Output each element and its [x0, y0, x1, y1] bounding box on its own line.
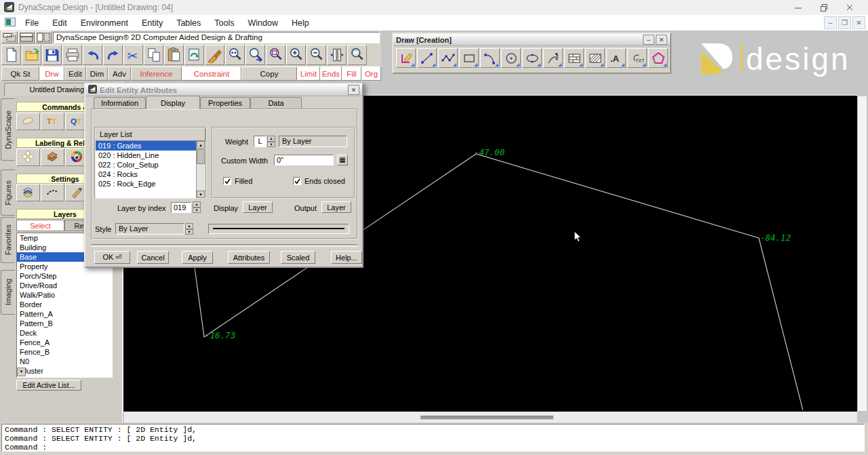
menu-tools[interactable]: Tools [208, 16, 241, 30]
layer-item[interactable]: Pattern_B [17, 319, 112, 328]
line-tool-button[interactable] [417, 48, 437, 68]
dialog-titlebar[interactable]: Edit Entity Attributes ✕ [85, 84, 362, 96]
horizontal-layout-button[interactable] [18, 31, 35, 43]
mdi-restore-button[interactable]: ❐ [838, 16, 851, 29]
layer-item[interactable]: Fence_A [17, 338, 112, 347]
paste-button[interactable] [164, 45, 184, 65]
arc-tool-button[interactable] [480, 48, 500, 68]
apply-button[interactable]: Apply [182, 251, 213, 264]
command-console[interactable]: Command : SELECT ENTITY : [ 2D Entity ]d… [1, 424, 865, 452]
sidebar-tab-favorites[interactable]: Favorites [1, 217, 15, 263]
rectangle-tool-button[interactable] [459, 48, 479, 68]
dialog-layer-item[interactable]: 022 : Color_Setup [96, 160, 205, 170]
brush-button[interactable] [205, 45, 224, 65]
mdi-minimize-button[interactable]: – [824, 16, 837, 29]
hatch-tool-button[interactable] [585, 48, 605, 68]
layer-tab-select[interactable]: Select [16, 220, 64, 231]
weight-value[interactable]: L [254, 136, 267, 147]
sponge-tool-button[interactable] [16, 113, 40, 130]
open-file-button[interactable] [22, 45, 41, 65]
palette-close-button[interactable]: ✕ [656, 35, 667, 45]
spin-down-icon[interactable]: ▼ [193, 207, 201, 214]
plant-symbol-tool-button[interactable] [16, 149, 40, 166]
scroll-down-icon[interactable]: ▼ [197, 191, 205, 198]
tab-limit[interactable]: Limit [297, 66, 320, 81]
weight-bylayer-field[interactable]: By Layer [279, 136, 347, 147]
zoom-selection-button[interactable] [347, 45, 367, 65]
spin-up-icon[interactable]: ▲ [185, 223, 193, 229]
scroll-up-icon[interactable]: ▲ [197, 141, 205, 149]
zoom-out-button[interactable] [307, 45, 326, 65]
sidebar-tab-figures[interactable]: Figures [1, 170, 15, 216]
maximize-button[interactable] [811, 0, 837, 15]
polyline-tool-button[interactable] [438, 48, 458, 68]
layer-item[interactable]: N0 [17, 357, 112, 366]
menu-tables[interactable]: Tables [170, 16, 208, 30]
zoom-previous-button[interactable] [225, 45, 245, 65]
menu-file[interactable]: File [18, 16, 45, 30]
layer-item[interactable]: Deck [17, 328, 112, 338]
dialog-layer-list[interactable]: 019 : Grades020 : Hidden_Line022 : Color… [96, 141, 205, 198]
ends-closed-checkbox[interactable] [293, 177, 301, 185]
text-tool-button[interactable]: .A [606, 48, 626, 68]
tab-copy[interactable]: Copy [241, 66, 297, 81]
tab-org[interactable]: Org [361, 66, 381, 81]
linestyle-tool-button[interactable] [41, 184, 64, 201]
attributes-button[interactable]: Attributes [228, 251, 270, 264]
output-layer-button[interactable]: Layer [321, 201, 351, 213]
refresh-drawing-button[interactable] [184, 45, 204, 65]
layer-item[interactable]: Drive/Road [17, 281, 112, 290]
custom-width-field[interactable]: 0" [274, 155, 334, 165]
sidebar-tab-imaging[interactable]: Imaging [1, 270, 15, 315]
display-layer-button[interactable]: Layer [243, 201, 273, 213]
style-spinner[interactable]: ▲▼ [185, 223, 193, 235]
menu-help[interactable]: Help [285, 16, 316, 30]
dialog-layer-item[interactable]: 019 : Grades [96, 141, 205, 151]
undo-button[interactable] [83, 45, 102, 65]
zoom-in-button[interactable] [286, 45, 306, 65]
edit-active-list-button[interactable]: Edit Active List... [16, 380, 81, 391]
polygon-tool-button[interactable] [648, 48, 668, 68]
style-field[interactable]: By Layer [115, 223, 184, 235]
tab-inference[interactable]: Inference [131, 66, 182, 81]
ok-button[interactable]: OK ⏎ [94, 251, 130, 264]
layer-by-index-field[interactable]: 019 [171, 202, 191, 213]
dialog-tab-data[interactable]: Data [250, 97, 302, 108]
dialog-layer-item[interactable]: 024 : Rocks [96, 170, 205, 179]
list-scroll-down-icon[interactable]: ▼ [17, 368, 26, 376]
redo-button[interactable] [103, 45, 123, 65]
print-button[interactable] [62, 45, 82, 65]
draw-palette-titlebar[interactable]: Draw [Creation] – ✕ [393, 34, 670, 46]
menu-entity[interactable]: Entity [135, 16, 170, 30]
close-button[interactable] [837, 0, 863, 15]
tab-drw[interactable]: Drw [39, 66, 64, 81]
sidebar-tab-dynascape[interactable]: DynaScape [1, 98, 15, 161]
scaled-button[interactable]: Scaled [281, 251, 315, 264]
leader-text-tool-button[interactable]: TXT [627, 48, 647, 68]
calculator-button[interactable]: ▦ [337, 155, 348, 165]
text-label-tool-button[interactable]: TT [41, 113, 64, 130]
canvas-horizontal-scroll-thumb[interactable] [420, 416, 553, 420]
dialog-tab-properties[interactable]: Properties [200, 97, 250, 108]
layer-item[interactable]: Walk/Patio [17, 290, 112, 300]
ellipse-tool-button[interactable] [522, 48, 542, 68]
spin-down-icon[interactable]: ▼ [185, 229, 193, 235]
dialog-layer-item[interactable]: 025 : Rock_Edge [96, 179, 205, 189]
tab-constraint[interactable]: Constraint [182, 66, 241, 81]
tab-fill[interactable]: Fill [342, 66, 361, 81]
circle-tool-button[interactable] [501, 48, 521, 68]
spin-down-icon[interactable]: ▼ [267, 142, 275, 148]
filled-checkbox[interactable] [223, 177, 231, 185]
vertical-layout-button[interactable] [35, 31, 52, 43]
zoom-window-button[interactable] [266, 45, 285, 65]
canvas-vertical-scrollbar[interactable] [857, 96, 867, 411]
dialog-layer-item[interactable]: 020 : Hidden_Line [96, 151, 205, 160]
layer-index-spinner[interactable]: ▲▼ [193, 201, 201, 213]
layer-item[interactable]: Pattern_A [17, 309, 112, 319]
layer-item[interactable]: Fence_B [17, 347, 112, 357]
cut-button[interactable]: ✂ [123, 45, 143, 65]
tab-dim[interactable]: Dim [86, 66, 108, 81]
node-edit-tool-button[interactable] [543, 48, 563, 68]
tab-adv[interactable]: Adv [108, 66, 131, 81]
dialog-tab-information[interactable]: Information [94, 97, 146, 108]
